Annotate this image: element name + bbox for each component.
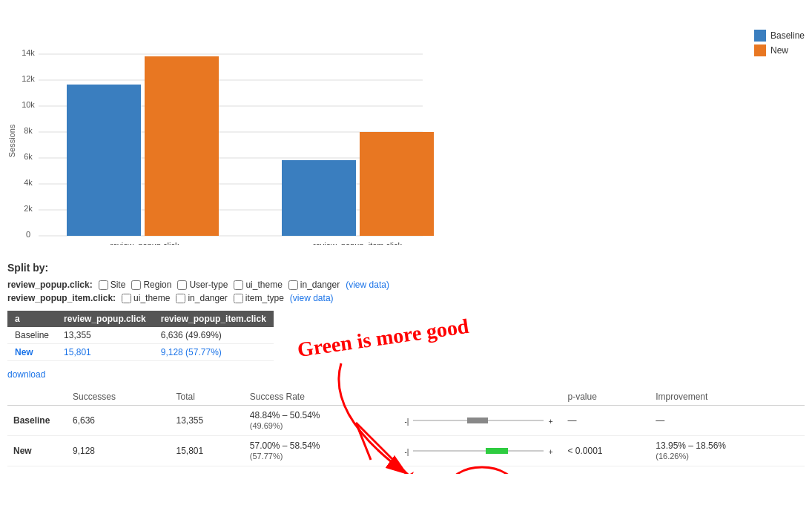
stats-col-improvement: Improvement [650,389,805,406]
summary-val-new-2: 9,128 (57.77%) [154,344,274,361]
summary-val-baseline-2: 6,636 (49.69%) [154,327,274,344]
stats-col-pvalue: p-value [561,389,650,406]
stats-table: Successes Total Success Rate p-value Imp… [7,389,805,466]
split-option-uitheme-1[interactable]: ui_theme [234,280,282,290]
stats-pvalue-baseline: — [561,406,650,436]
bar-new-2 [360,132,434,236]
stats-successes-new: 9,128 [67,436,171,466]
bar-new-1 [145,56,219,236]
split-row-2: review_popup_item.click: ui_theme in_dan… [7,293,805,303]
summary-val-baseline-1: 13,355 [56,327,154,344]
stats-improvement-new: 13.95% – 18.56%(16.26%) [650,436,805,466]
stats-total-new: 15,801 [171,436,244,466]
split-option-indanger-1[interactable]: in_danger [288,280,340,290]
stats-pvalue-new: < 0.0001 [561,436,650,466]
stats-col-label [7,389,67,406]
stats-col-rate: Success Rate [244,389,399,406]
summary-col-event2: review_popup_item.click [154,311,274,327]
chart-svg: 0 2k 4k 6k 8k 10k 12k 14k Sessions [7,7,438,245]
split-option-indanger-2[interactable]: in_danger [176,293,227,303]
handwriting-annotation: Green is more good [296,314,470,362]
stats-total-baseline: 13,355 [171,406,244,436]
split-event-2: review_popup_item.click: [7,293,116,303]
bar-chart: 0 2k 4k 6k 8k 10k 12k 14k Sessions [7,7,739,247]
svg-text:Sessions: Sessions [7,124,16,157]
svg-text:6k: 6k [24,152,33,161]
split-event-1: review_popup.click: [7,280,93,290]
legend-baseline-box [754,30,766,42]
stats-col-successes: Successes [67,389,171,406]
chart-legend: Baseline New [754,30,805,56]
split-by-title: Split by: [7,262,805,274]
summary-label-new: New [7,344,56,361]
legend-new: New [754,44,805,56]
svg-text:10k: 10k [22,100,35,109]
stats-row-new: New 9,128 15,801 57.00% – 58.54%(57.77%)… [7,436,805,466]
summary-val-new-1: 15,801 [56,344,154,361]
summary-label-baseline: Baseline [7,327,56,344]
bar-baseline-2 [282,160,356,236]
legend-baseline-label: Baseline [770,30,805,41]
svg-text:8k: 8k [24,126,33,135]
summary-table: a review_popup.click review_popup_item.c… [7,311,274,361]
split-option-usertype[interactable]: User-type [177,280,228,290]
stats-col-bar [398,389,561,406]
annotation-circle [445,466,519,474]
svg-text:review_popup_item.click: review_popup_item.click [313,241,402,245]
stats-bar-baseline: -| + [398,406,561,436]
stats-rate-new: 57.00% – 58.54%(57.77%) [244,436,399,466]
summary-col-event1: review_popup.click [56,311,154,327]
view-data-link-1[interactable]: (view data) [346,280,389,290]
stats-col-total: Total [171,389,244,406]
split-option-site[interactable]: Site [99,280,126,290]
stats-label-new: New [7,436,67,466]
svg-text:2k: 2k [24,204,33,213]
stats-successes-baseline: 6,636 [67,406,171,436]
summary-row-new: New 15,801 9,128 (57.77%) [7,344,274,361]
svg-text:4k: 4k [24,178,33,187]
summary-row-baseline: Baseline 13,355 6,636 (49.69%) [7,327,274,344]
stats-improvement-baseline: — [650,406,805,436]
legend-new-label: New [770,45,788,56]
svg-text:14k: 14k [22,48,35,57]
svg-text:review_popup.click: review_popup.click [110,241,179,245]
svg-point-22 [449,467,515,474]
split-option-uitheme-2[interactable]: ui_theme [122,293,170,303]
svg-marker-21 [403,472,414,474]
chart-area: 0 2k 4k 6k 8k 10k 12k 14k Sessions [7,7,805,247]
download-link[interactable]: download [7,369,45,380]
legend-new-box [754,44,766,56]
stats-bar-new: -| + [398,436,561,466]
split-option-itemtype[interactable]: item_type [234,293,284,303]
legend-baseline: Baseline [754,30,805,42]
split-row-1: review_popup.click: Site Region User-typ… [7,280,805,290]
view-data-link-2[interactable]: (view data) [290,293,334,303]
stats-rate-baseline: 48.84% – 50.54%(49.69%) [244,406,399,436]
stats-label-baseline: Baseline [7,406,67,436]
stats-row-baseline: Baseline 6,636 13,355 48.84% – 50.54%(49… [7,406,805,436]
svg-text:0: 0 [26,230,30,239]
split-option-region[interactable]: Region [131,280,171,290]
summary-col-a: a [7,311,56,327]
split-by-section: Split by: review_popup.click: Site Regio… [7,262,805,303]
svg-text:12k: 12k [22,74,35,83]
bar-baseline-1 [67,85,141,236]
